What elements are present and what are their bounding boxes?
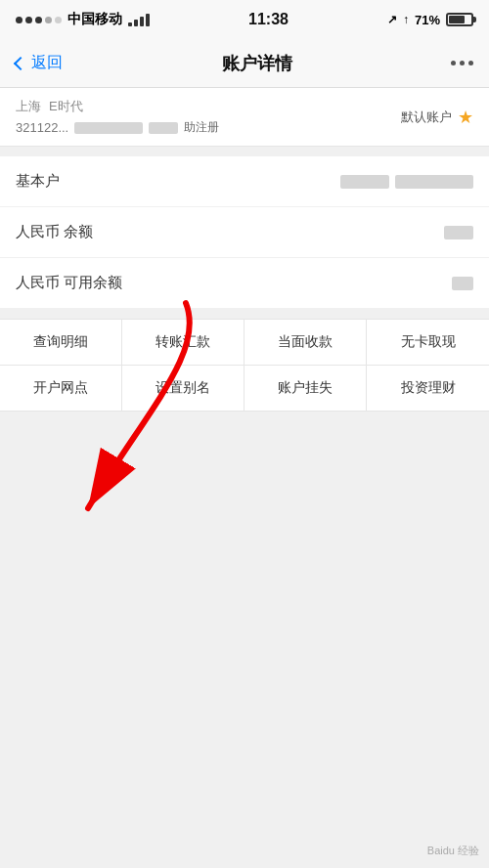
rmb-balance-blur	[444, 226, 473, 239]
account-number: 321122... 助注册	[16, 119, 219, 136]
rmb-balance-label: 人民币 余额	[16, 223, 93, 241]
account-location: 上海 E时代	[16, 98, 219, 115]
account-info-left: 上海 E时代 321122... 助注册	[16, 98, 219, 136]
rmb-balance-value	[444, 226, 473, 239]
basic-account-blur1	[340, 175, 389, 189]
account-header: 上海 E时代 321122... 助注册 默认账户 ★	[0, 88, 489, 147]
more-button[interactable]	[451, 61, 473, 65]
info-section: 基本户 人民币 余额 人民币 可用余额	[0, 156, 489, 309]
location-icon: ↗	[387, 13, 397, 26]
rmb-available-value	[452, 277, 473, 290]
action-set-alias[interactable]: 设置别名	[122, 366, 244, 412]
era-text: E时代	[49, 98, 83, 115]
basic-account-label: 基本户	[16, 172, 60, 191]
basic-account-value	[340, 175, 473, 189]
rmb-balance-row: 人民币 余额	[0, 207, 489, 258]
wifi-icon	[128, 14, 150, 26]
more-dot-3	[468, 61, 473, 65]
status-right: ↗ ↑ 71%	[387, 13, 473, 27]
default-label: 默认账户	[401, 108, 452, 126]
action-transfer[interactable]: 转账汇款	[122, 320, 244, 366]
basic-account-blur2	[395, 175, 473, 189]
action-cardless-withdraw[interactable]: 无卡取现	[367, 320, 489, 366]
basic-account-row: 基本户	[0, 156, 489, 207]
action-investment[interactable]: 投资理财	[367, 366, 489, 412]
back-label: 返回	[31, 53, 63, 73]
action-open-branch[interactable]: 开户网点	[0, 366, 122, 412]
status-time: 11:38	[248, 11, 289, 28]
watermark-text: Baidu 经验	[427, 844, 479, 858]
rmb-available-label: 人民币 可用余额	[16, 274, 122, 292]
assist-reg: 助注册	[184, 119, 219, 136]
account-header-right: 默认账户 ★	[401, 107, 473, 128]
more-dot-2	[460, 61, 465, 65]
account-number-blur1	[74, 122, 143, 134]
navigation-icon: ↑	[403, 13, 409, 26]
action-account-loss[interactable]: 账户挂失	[244, 366, 367, 412]
page-title: 账户详情	[222, 52, 292, 75]
white-space	[0, 412, 489, 763]
rmb-available-row: 人民币 可用余额	[0, 258, 489, 309]
action-grid: 查询明细 转账汇款 当面收款 无卡取现 开户网点 设置别名 账户挂失 投资理财	[0, 319, 489, 412]
star-icon[interactable]: ★	[458, 107, 473, 128]
status-left: 中国移动	[16, 11, 150, 28]
action-face-collect[interactable]: 当面收款	[244, 320, 367, 366]
rmb-available-blur	[452, 277, 473, 290]
account-number-blur2	[149, 122, 178, 134]
more-dot-1	[451, 61, 456, 65]
watermark: Baidu 经验	[427, 844, 479, 858]
status-bar: 中国移动 11:38 ↗ ↑ 71%	[0, 0, 489, 39]
location-text: 上海	[16, 98, 41, 115]
battery-percent: 71%	[415, 13, 440, 27]
signal-dots	[16, 17, 62, 23]
action-query-detail[interactable]: 查询明细	[0, 320, 122, 366]
back-button[interactable]: 返回	[16, 53, 63, 73]
back-arrow-icon	[14, 56, 27, 69]
nav-bar: 返回 账户详情	[0, 39, 489, 88]
carrier-label: 中国移动	[67, 11, 122, 28]
battery-icon	[446, 13, 473, 26]
